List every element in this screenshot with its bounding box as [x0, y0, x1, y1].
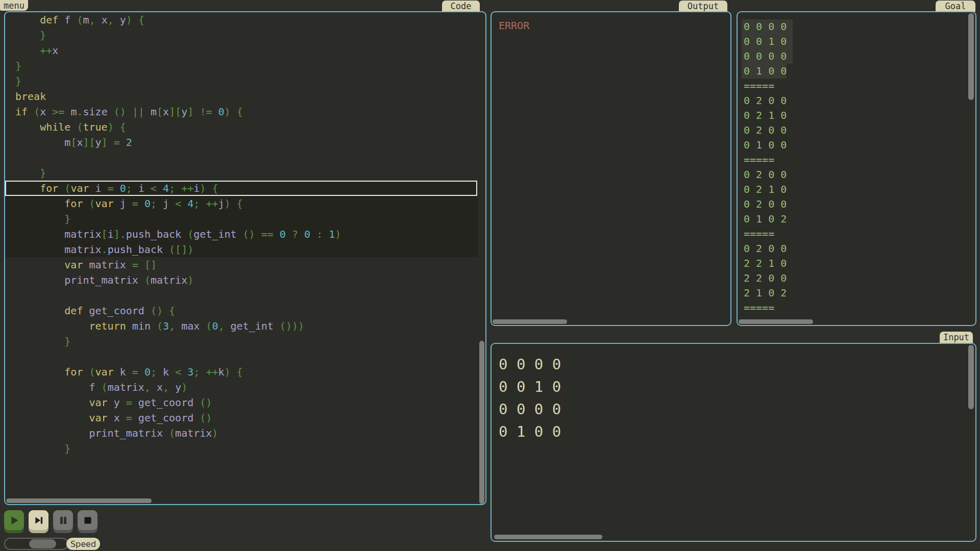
code-line — [15, 288, 485, 303]
code-line: while (true) { — [15, 119, 485, 135]
code-line: def f (m, x, y) { — [15, 12, 485, 28]
code-line: for (var k = 0; k < 3; ++k) { — [15, 364, 485, 380]
goal-line: 2 2 1 0 — [744, 256, 975, 271]
menu-button[interactable]: menu — [0, 0, 28, 11]
goal-line: 0 1 0 0 — [744, 138, 975, 153]
code-line: break — [15, 89, 485, 104]
goal-line: ===== — [744, 79, 975, 93]
goal-line: 0 0 0 0 — [744, 49, 975, 64]
goal-line: ===== — [744, 300, 975, 315]
code-line: print_matrix (matrix) — [15, 272, 485, 288]
current-line-indicator — [5, 181, 477, 196]
code-text: def f (m, x, y) { } ++x}}breakif (x >= m… — [5, 12, 485, 456]
goal-line: 0 2 0 0 — [744, 197, 975, 212]
goal-line: ===== — [744, 227, 975, 241]
code-line — [15, 150, 485, 165]
code-line: matrix.push_back ([]) — [15, 242, 485, 257]
output-text: ERROR — [492, 12, 730, 32]
output-panel: ERROR — [491, 11, 731, 326]
goal-line: 0 1 0 2 — [744, 212, 975, 227]
code-line: matrix[i].push_back (get_int () == 0 ? 0… — [15, 227, 485, 242]
goal-line: 2 1 0 2 — [744, 286, 975, 300]
code-line: } — [15, 28, 485, 43]
input-line: 0 0 0 0 — [499, 353, 975, 375]
speed-knob[interactable] — [29, 539, 56, 548]
goal-line: ===== — [744, 153, 975, 167]
step-button[interactable] — [29, 510, 48, 533]
play-icon — [9, 515, 20, 526]
input-line: 0 0 0 0 — [499, 398, 975, 420]
code-line: f (matrix, x, y) — [15, 380, 485, 395]
goal-line: 0 2 1 0 — [744, 108, 975, 123]
code-line: ++x — [15, 43, 485, 58]
code-line: } — [15, 441, 485, 456]
goal-line: 0 2 1 0 — [744, 182, 975, 197]
goal-line: 0 1 0 0 — [744, 64, 975, 79]
goal-line: 0 0 1 0 — [744, 34, 975, 49]
code-line: } — [15, 165, 485, 181]
goal-vertical-scrollbar[interactable] — [968, 13, 974, 100]
input-text: 0 0 0 00 0 1 00 0 0 00 1 0 0 — [492, 344, 975, 443]
stop-button[interactable] — [78, 510, 97, 533]
tab-output: Output — [679, 1, 727, 12]
pause-icon — [58, 515, 69, 526]
skip-next-icon — [33, 515, 44, 526]
code-line: return min (3, max (0, get_int ())) — [15, 318, 485, 334]
goal-panel: 0 0 0 00 0 1 00 0 0 00 1 0 0=====0 2 0 0… — [737, 11, 976, 326]
code-line: } — [15, 73, 485, 89]
code-line: print_matrix (matrix) — [15, 425, 485, 441]
code-line: for (var j = 0; j < 4; ++j) { — [15, 196, 485, 211]
tab-goal: Goal — [936, 1, 975, 12]
code-panel: def f (m, x, y) { } ++x}}breakif (x >= m… — [4, 11, 486, 505]
goal-horizontal-scrollbar[interactable] — [739, 319, 813, 324]
tab-code: Code — [442, 1, 480, 12]
code-line: var x = get_coord () — [15, 410, 485, 425]
code-line: } — [15, 58, 485, 73]
speed-label: Speed — [66, 538, 100, 550]
input-horizontal-scrollbar[interactable] — [494, 535, 602, 539]
goal-text: 0 0 0 00 0 1 00 0 0 00 1 0 0=====0 2 0 0… — [738, 12, 975, 315]
code-vertical-scrollbar[interactable] — [479, 341, 484, 504]
code-line: var y = get_coord () — [15, 395, 485, 410]
goal-line: 0 2 0 0 — [744, 123, 975, 138]
output-horizontal-scrollbar[interactable] — [493, 319, 567, 324]
input-line: 0 0 1 0 — [499, 375, 975, 398]
code-line: } — [15, 211, 485, 227]
play-button[interactable] — [4, 510, 24, 533]
stop-icon — [82, 515, 93, 526]
input-vertical-scrollbar[interactable] — [968, 345, 974, 409]
code-editor[interactable]: def f (m, x, y) { } ++x}}breakif (x >= m… — [5, 12, 485, 504]
goal-line: 0 0 0 0 — [744, 19, 975, 34]
input-line: 0 1 0 0 — [499, 420, 975, 443]
code-line: var matrix = [] — [15, 257, 485, 272]
pause-button[interactable] — [53, 510, 73, 533]
goal-line: 0 2 0 0 — [744, 241, 975, 256]
goal-line: 0 2 0 0 — [744, 93, 975, 108]
goal-line: 0 2 0 0 — [744, 167, 975, 182]
code-line — [15, 349, 485, 364]
code-line: } — [15, 334, 485, 349]
tab-input: Input — [940, 332, 973, 343]
code-line: m[x][y] = 2 — [15, 135, 485, 150]
goal-line: 2 2 0 0 — [744, 271, 975, 286]
code-line: def get_coord () { — [15, 303, 485, 318]
code-horizontal-scrollbar[interactable] — [6, 498, 152, 503]
code-line: if (x >= m.size () || m[x][y] != 0) { — [15, 104, 485, 119]
input-panel: 0 0 0 00 0 1 00 0 0 00 1 0 0 — [491, 343, 976, 542]
